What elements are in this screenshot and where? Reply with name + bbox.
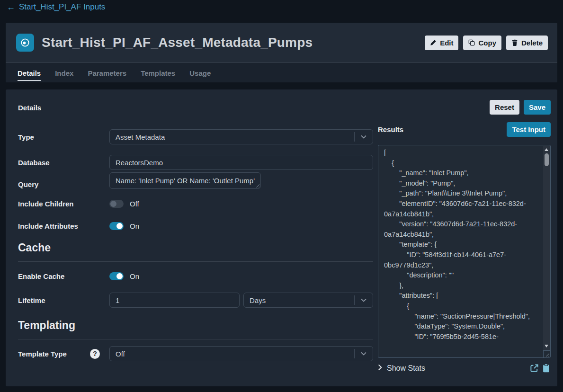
- type-label: Type: [18, 133, 109, 141]
- enable-cache-label: Enable Cache: [18, 272, 109, 280]
- template-type-select[interactable]: Off: [109, 346, 373, 361]
- open-external-icon[interactable]: [530, 364, 539, 373]
- divider: [18, 339, 373, 339]
- show-stats-toggle[interactable]: Show Stats: [378, 364, 425, 373]
- results-title: Results: [378, 125, 403, 134]
- type-select-value: Asset Metadata: [116, 133, 354, 141]
- include-attributes-label: Include Attributes: [18, 222, 109, 230]
- results-column: Results Test Input [ { "_name": "Inlet P…: [378, 118, 551, 373]
- tab-templates[interactable]: Templates: [141, 63, 175, 82]
- lifetime-label: Lifetime: [18, 296, 109, 304]
- lifetime-unit-value: Days: [250, 296, 354, 304]
- input-type-icon: [16, 34, 34, 52]
- copy-button-label: Copy: [478, 39, 496, 47]
- details-card: Details Reset Save Type Asset Metadata: [6, 89, 557, 386]
- chevron-right-icon: [378, 364, 382, 373]
- enable-cache-toggle[interactable]: [109, 272, 124, 280]
- scrollbar-thumb[interactable]: [545, 153, 549, 166]
- tab-usage[interactable]: Usage: [189, 63, 211, 82]
- include-children-toggle[interactable]: [109, 200, 124, 208]
- chevron-down-icon: [355, 135, 373, 139]
- delete-button[interactable]: Delete: [506, 36, 548, 50]
- cache-section-title: Cache: [18, 241, 373, 254]
- back-link[interactable]: ← Start_Hist_PI_AF Inputs: [7, 2, 105, 12]
- templating-section-title: Templating: [18, 319, 373, 332]
- include-children-state: Off: [130, 200, 139, 208]
- details-section-title: Details: [18, 100, 41, 112]
- results-resize-corner[interactable]: [543, 350, 550, 357]
- pencil-icon: [430, 39, 437, 46]
- scroll-up-icon[interactable]: [545, 148, 548, 151]
- save-button[interactable]: Save: [524, 100, 551, 115]
- edit-button[interactable]: Edit: [425, 36, 458, 50]
- lifetime-unit-select[interactable]: Days: [243, 293, 373, 308]
- include-attributes-toggle[interactable]: [109, 222, 124, 230]
- top-bar: ← Start_Hist_PI_AF Inputs: [0, 0, 563, 16]
- divider: [18, 261, 373, 262]
- lifetime-value-input[interactable]: 1: [109, 293, 240, 308]
- reset-button[interactable]: Reset: [490, 100, 519, 115]
- template-type-value: Off: [116, 350, 354, 358]
- resize-grip-icon: [545, 352, 549, 356]
- results-scrollbar[interactable]: [543, 146, 550, 357]
- form-column: Type Asset Metadata Database ReactorsDem…: [18, 118, 373, 373]
- page-title: Start_Hist_PI_AF_Asset_Metadata_Pumps: [42, 35, 313, 50]
- template-type-label: Template Type: [18, 350, 67, 358]
- query-textarea[interactable]: Name: 'Inlet Pump' OR Name: 'Outlet Pump…: [109, 172, 261, 189]
- delete-button-label: Delete: [521, 39, 543, 47]
- resize-grip-icon[interactable]: [255, 183, 259, 187]
- query-textarea-value: Name: 'Inlet Pump' OR Name: 'Outlet Pump…: [116, 177, 255, 185]
- copy-to-clipboard-icon[interactable]: [542, 364, 551, 373]
- chevron-down-icon: [355, 352, 373, 356]
- enable-cache-state: On: [130, 272, 139, 280]
- back-arrow-icon: ←: [7, 3, 15, 11]
- query-label: Query: [18, 177, 109, 188]
- trash-icon: [511, 39, 518, 46]
- type-select[interactable]: Asset Metadata: [109, 129, 373, 144]
- chevron-down-icon: [355, 298, 373, 302]
- include-attributes-state: On: [130, 222, 139, 230]
- tab-details[interactable]: Details: [18, 63, 41, 82]
- back-link-label: Start_Hist_PI_AF Inputs: [19, 2, 105, 12]
- header-card: Start_Hist_PI_AF_Asset_Metadata_Pumps Ed…: [6, 23, 557, 82]
- include-children-label: Include Children: [18, 200, 109, 208]
- title-row: Start_Hist_PI_AF_Asset_Metadata_Pumps Ed…: [6, 23, 557, 62]
- copy-icon: [468, 39, 475, 46]
- database-input[interactable]: ReactorsDemo: [109, 155, 373, 170]
- results-output-box[interactable]: [ { "_name": "Inlet Pump", "_model": "Pu…: [378, 145, 551, 358]
- edit-button-label: Edit: [440, 39, 453, 47]
- help-icon[interactable]: ?: [90, 349, 100, 359]
- tab-bar: Details Index Parameters Templates Usage: [6, 62, 557, 82]
- tab-parameters[interactable]: Parameters: [88, 63, 126, 82]
- show-stats-label: Show Stats: [387, 364, 425, 373]
- test-input-button[interactable]: Test Input: [507, 122, 551, 137]
- scroll-down-icon[interactable]: [545, 345, 548, 347]
- copy-button[interactable]: Copy: [463, 36, 501, 50]
- database-label: Database: [18, 159, 109, 167]
- tab-index[interactable]: Index: [55, 63, 73, 82]
- results-json-text: [ { "_name": "Inlet Pump", "_model": "Pu…: [384, 148, 537, 357]
